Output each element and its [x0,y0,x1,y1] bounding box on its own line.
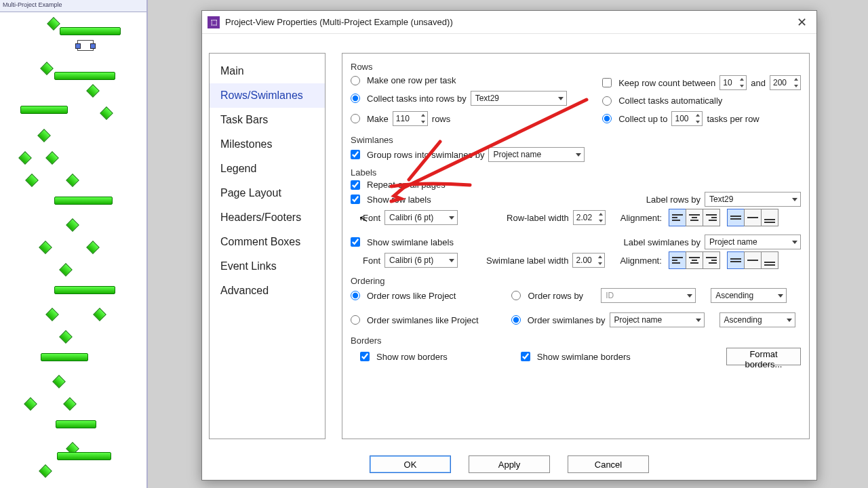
ordering-title: Ordering [351,276,801,286]
borders-title: Borders [351,336,801,346]
nav-main[interactable]: Main [210,59,325,83]
valign-middle-icon[interactable] [744,209,762,226]
row-h-align-group [669,209,720,226]
chk-show-row-labels[interactable] [351,195,360,204]
dd-label-swim-by[interactable]: Project name [705,235,801,249]
swim-align-center-icon[interactable] [686,251,703,269]
close-icon[interactable]: ✕ [793,15,811,30]
swimlanes-title: Swimlanes [351,135,801,145]
rows-title: Rows [351,62,801,72]
swim-valign-bottom-icon[interactable] [761,251,778,269]
label-collect-by: Collect tasks into rows by [367,94,467,104]
label-swim-borders: Show swimlane borders [537,352,631,362]
radio-collect-by[interactable] [351,94,360,103]
label-swim-by: Label swimlanes by [624,237,701,247]
label-row-alignment: Alignment: [620,213,662,223]
spin-row-label-width[interactable]: 2.02 [573,210,606,225]
radio-order-swim-project[interactable] [351,315,360,325]
cancel-button[interactable]: Cancel [568,455,649,473]
dialog-buttons: OK Apply Cancel [202,455,816,473]
dd-label-rows-by[interactable]: Text29 [705,192,801,207]
dd-order-swim-dir[interactable]: Ascending [719,312,795,327]
swim-align-right-icon[interactable] [703,251,720,269]
radio-order-rows-by[interactable] [511,291,521,300]
apply-button[interactable]: Apply [469,455,550,473]
label-rows-by: Label rows by [646,195,701,205]
radio-collect-upto[interactable] [602,114,612,123]
spin-upto[interactable]: 100 [671,111,703,126]
label-row-label-width: Row-label width [507,213,569,223]
swim-v-align-group [727,251,778,269]
swim-valign-top-icon[interactable] [727,251,745,269]
label-tasks-per-row: tasks per row [707,114,759,124]
label-show-swim-labels: Show swimlane labels [367,237,454,247]
spin-rowcount[interactable]: 110 [393,111,428,126]
label-collect-auto: Collect tasks automatically [618,96,722,106]
align-right-icon[interactable] [703,209,720,226]
label-group-swimlanes: Group rows into swimlanes by [367,150,484,160]
nav-task-bars[interactable]: Task Bars [210,108,325,132]
nav-milestones[interactable]: Milestones [210,132,325,157]
valign-top-icon[interactable] [727,209,745,226]
chk-keep-count[interactable] [602,78,612,87]
label-order-swim-by: Order swimlanes by [528,315,606,325]
label-rows-suffix: rows [432,114,450,124]
nav-event-links[interactable]: Event Links [210,254,325,279]
label-swim-label-width: Swimlane label width [486,256,568,266]
properties-dialog: ⬚ Project-View Properties (Multi-Project… [201,10,817,481]
label-one-per-task: Make one row per task [367,75,456,85]
settings-panel: Rows Make one row per task Collect tasks… [342,53,810,439]
dialog-title: Project-View Properties (Multi-Project E… [225,17,453,27]
radio-order-swim-by[interactable] [511,315,521,325]
nav-rows-swimlanes[interactable]: Rows/Swimlanes [210,83,325,108]
label-collect-upto: Collect up to [618,114,667,124]
dd-order-rows-dir[interactable]: Ascending [711,288,787,303]
chk-group-swimlanes[interactable] [351,150,360,159]
swim-valign-middle-icon[interactable] [744,251,762,269]
chk-row-borders[interactable] [360,352,370,361]
align-center-icon[interactable] [686,209,703,226]
chk-repeat-pages[interactable] [351,180,360,190]
dd-order-swim-field[interactable]: Project name [610,312,705,327]
spin-swim-label-width[interactable]: 2.00 [572,253,605,268]
spin-keep-min[interactable]: 10 [719,75,747,90]
gantt-title: Multi-Project Example [0,0,146,12]
dd-row-font[interactable]: Calibri (6 pt) [384,210,458,225]
nav-headers-footers[interactable]: Headers/Footers [210,205,325,230]
radio-order-rows-project[interactable] [351,291,360,300]
gantt-body [0,12,146,488]
nav-list: Main Rows/Swimlanes Task Bars Milestones… [209,53,326,439]
label-make: Make [367,114,389,124]
ok-button[interactable]: OK [370,455,451,473]
nav-comment-boxes[interactable]: Comment Boxes [210,230,325,254]
label-row-borders: Show row borders [376,352,448,362]
label-swim-alignment: Alignment: [620,256,661,266]
chk-swim-borders[interactable] [521,352,530,361]
format-borders-button[interactable]: Format borders... [726,348,801,365]
label-order-rows-project: Order rows like Project [367,291,456,301]
swim-h-align-group [669,251,720,269]
align-left-icon[interactable] [669,209,686,226]
dd-order-rows-field[interactable]: ID [601,288,696,303]
nav-legend[interactable]: Legend [210,157,325,181]
dd-swimlane-field[interactable]: Project name [488,147,585,162]
label-order-rows-by: Order rows by [528,291,583,301]
label-show-row-labels: Show row labels [367,195,431,205]
nav-page-layout[interactable]: Page Layout [210,181,325,205]
radio-collect-auto[interactable] [602,96,612,106]
nav-advanced[interactable]: Advanced [210,279,325,303]
labels-title: Labels [351,167,801,178]
gantt-background: Multi-Project Example [0,0,148,488]
chk-show-swim-labels[interactable] [351,237,360,247]
label-repeat-pages: Repeat on all pages [367,180,446,190]
swim-align-left-icon[interactable] [669,251,686,269]
radio-make-rows[interactable] [351,114,360,123]
label-order-swim-project: Order swimlanes like Project [367,315,479,325]
titlebar: ⬚ Project-View Properties (Multi-Project… [202,11,816,34]
dd-swim-font[interactable]: Calibri (6 pt) [384,253,458,268]
valign-bottom-icon[interactable] [761,209,778,226]
dd-collect-field[interactable]: Text29 [471,91,567,106]
radio-one-per-task[interactable] [351,76,360,85]
row-v-align-group [727,209,778,226]
spin-keep-max[interactable]: 200 [770,75,801,90]
